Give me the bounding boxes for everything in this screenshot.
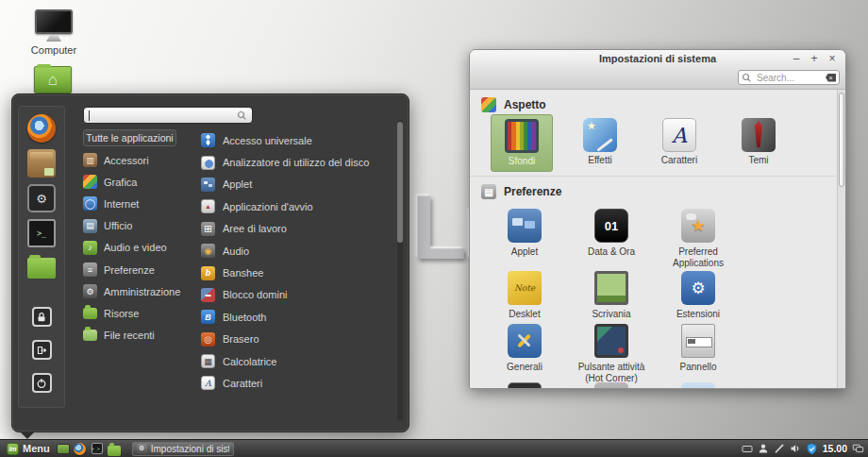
category-internet[interactable]: Internet bbox=[83, 193, 198, 214]
category-accessori[interactable]: Accessori bbox=[83, 149, 198, 171]
app-caratteri[interactable]: Caratteri bbox=[201, 372, 399, 394]
domain-blocker-icon bbox=[201, 288, 215, 302]
settings-item-applet[interactable]: Applet bbox=[481, 209, 568, 258]
minimize-button[interactable]: – bbox=[791, 52, 802, 65]
logout-button[interactable] bbox=[32, 340, 52, 360]
computer-icon bbox=[35, 9, 73, 42]
files-icon[interactable] bbox=[27, 258, 56, 279]
all-applications-button[interactable]: Tutte le applicazioni bbox=[83, 129, 176, 146]
sfondi-icon bbox=[505, 119, 539, 153]
firefox-launcher[interactable] bbox=[74, 442, 87, 455]
text-cursor bbox=[89, 110, 90, 121]
terminal-launcher[interactable]: >_ bbox=[91, 442, 104, 455]
effetti-icon bbox=[583, 118, 617, 152]
settings-item-hot-corner[interactable]: Pulsante attività (Hot Corner) bbox=[568, 324, 655, 384]
app-accesso-universale[interactable]: Accesso universale bbox=[201, 129, 399, 151]
pen-input-icon[interactable] bbox=[774, 443, 785, 454]
settings-scrollbar[interactable] bbox=[837, 90, 845, 388]
settings-item-desklet[interactable]: Desklet bbox=[481, 271, 568, 320]
app-applet[interactable]: Applet bbox=[201, 174, 399, 195]
shutdown-button[interactable] bbox=[32, 373, 52, 393]
settings-item-effetti[interactable]: Effetti bbox=[569, 114, 631, 170]
clear-search-icon[interactable]: × bbox=[826, 74, 836, 82]
logout-icon bbox=[36, 345, 47, 356]
menu-sidebar bbox=[18, 106, 65, 408]
settings-item-cutoff-2[interactable] bbox=[568, 382, 655, 388]
settings-item-cutoff-1[interactable] bbox=[481, 382, 568, 388]
menu-search-input[interactable] bbox=[93, 110, 233, 122]
pannello-icon bbox=[681, 324, 715, 358]
settings-item-generali[interactable]: Generali bbox=[481, 324, 568, 373]
category-ufficio[interactable]: Ufficio bbox=[83, 215, 198, 237]
keyboard-tray-icon[interactable] bbox=[742, 443, 753, 454]
category-audio-video[interactable]: Audio e video bbox=[83, 237, 198, 259]
settings-search-input[interactable] bbox=[755, 72, 823, 84]
app-aree-di-lavoro[interactable]: Aree di lavoro bbox=[201, 218, 399, 240]
desktop-icon-computer[interactable]: Computer bbox=[21, 9, 87, 56]
menu-applications: Accesso universale Analizzatore di utili… bbox=[201, 129, 399, 395]
user-applet-icon[interactable] bbox=[758, 443, 769, 454]
file-recenti-icon bbox=[83, 330, 97, 341]
settings-item-preferred-applications[interactable]: Preferred Applications bbox=[655, 209, 742, 269]
accessibility-icon bbox=[201, 133, 215, 147]
generali-icon bbox=[508, 324, 542, 358]
settings-item-caratteri[interactable]: Caratteri bbox=[648, 114, 710, 170]
app-analizzatore-disco[interactable]: Analizzatore di utilizzo del disco bbox=[201, 151, 399, 173]
system-settings-icon[interactable] bbox=[27, 184, 56, 212]
files-launcher[interactable] bbox=[108, 442, 121, 455]
settings-item-sfondi[interactable]: Sfondi bbox=[491, 114, 553, 172]
cutoff-icon-3 bbox=[681, 382, 715, 388]
home-folder-icon: ⌂ bbox=[34, 66, 72, 93]
settings-search-box[interactable]: × bbox=[738, 70, 840, 85]
app-banshee[interactable]: Banshee bbox=[201, 262, 399, 283]
applet-small-icon bbox=[201, 178, 215, 192]
settings-item-data-ora[interactable]: Data & Ora bbox=[568, 209, 655, 258]
settings-item-estensioni[interactable]: Estensioni bbox=[655, 271, 742, 320]
software-manager-icon[interactable] bbox=[27, 149, 56, 178]
settings-scrollbar-thumb[interactable] bbox=[839, 93, 844, 187]
volume-icon[interactable] bbox=[790, 443, 801, 454]
window-button-label: Impostazioni di sist... bbox=[151, 444, 229, 454]
banshee-icon bbox=[201, 266, 215, 280]
app-applicazioni-avvio[interactable]: Applicazioni d'avvio bbox=[201, 195, 399, 217]
settings-item-temi[interactable]: Temi bbox=[727, 114, 790, 170]
app-bluetooth[interactable]: Bluetooth bbox=[201, 306, 399, 328]
settings-window: Impostazioni di sistema – + × × Aspetto … bbox=[469, 49, 846, 389]
category-preferenze[interactable]: Preferenze bbox=[83, 259, 198, 280]
brasero-icon bbox=[201, 332, 215, 347]
lock-screen-button[interactable] bbox=[32, 307, 52, 327]
firefox-icon[interactable] bbox=[27, 114, 56, 143]
show-desktop-button[interactable] bbox=[57, 442, 70, 455]
menu-scrollbar-thumb[interactable] bbox=[397, 122, 403, 243]
app-calcolatrice[interactable]: Calcolatrice bbox=[201, 350, 399, 372]
bluetooth-icon bbox=[201, 310, 215, 324]
calculator-icon bbox=[201, 354, 215, 368]
preferenze-header-icon bbox=[481, 184, 496, 199]
menu-search-box[interactable] bbox=[83, 107, 253, 124]
settings-item-pannello[interactable]: Pannello bbox=[655, 324, 742, 373]
desktop-icon-home[interactable]: ⌂ bbox=[34, 66, 72, 93]
category-risorse[interactable]: Risorse bbox=[83, 302, 198, 324]
menu-button[interactable]: lm Menu bbox=[4, 441, 53, 457]
window-list-button[interactable]: Impostazioni di sist... bbox=[132, 442, 234, 456]
app-brasero[interactable]: Brasero bbox=[201, 329, 399, 350]
settings-titlebar[interactable]: Impostazioni di sistema – + × × bbox=[470, 50, 845, 90]
menu-scrollbar[interactable] bbox=[397, 120, 403, 420]
terminal-icon[interactable] bbox=[27, 219, 56, 247]
category-amministrazione[interactable]: Amministrazione bbox=[83, 280, 198, 302]
app-blocco-domini[interactable]: Blocco domini bbox=[201, 284, 399, 306]
settings-item-cutoff-3[interactable] bbox=[655, 382, 742, 388]
settings-item-scrivania[interactable]: Scrivania bbox=[568, 271, 655, 320]
hot-corner-icon bbox=[594, 324, 628, 358]
close-button[interactable]: × bbox=[826, 52, 838, 65]
clock[interactable]: 15.00 bbox=[823, 443, 847, 454]
section-label: Aspetto bbox=[504, 98, 546, 111]
update-manager-shield-icon[interactable] bbox=[806, 443, 818, 455]
cutoff-icon-2 bbox=[594, 382, 628, 388]
amministrazione-icon bbox=[83, 284, 97, 298]
category-file-recenti[interactable]: File recenti bbox=[83, 325, 198, 347]
maximize-button[interactable]: + bbox=[809, 52, 820, 65]
display-switcher-icon[interactable] bbox=[852, 443, 864, 454]
category-grafica[interactable]: Grafica bbox=[83, 171, 198, 193]
app-audio[interactable]: Audio bbox=[201, 240, 399, 262]
